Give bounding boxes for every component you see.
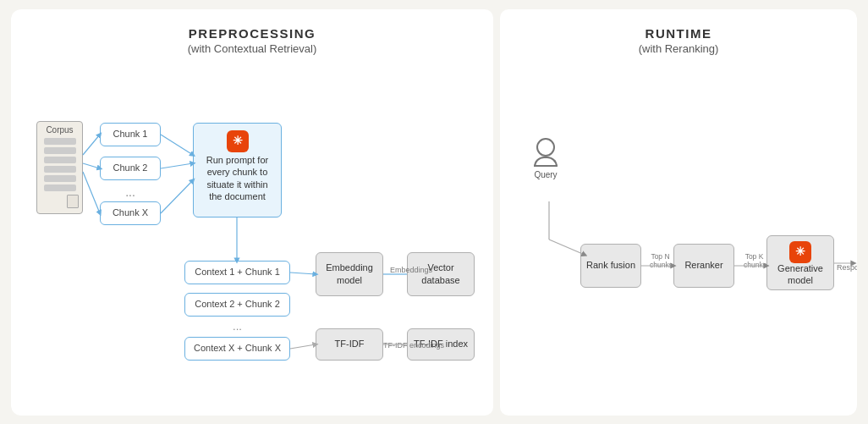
corpus-line-2: [44, 147, 76, 154]
svg-line-12: [549, 240, 585, 255]
rank-fusion-box: Rank fusion: [580, 244, 641, 288]
preprocessing-subtitle: (with Contextual Retrieval): [28, 42, 476, 55]
corpus-lines: [44, 138, 76, 191]
svg-line-3: [161, 135, 193, 155]
runtime-title: RUNTIME: [517, 26, 840, 41]
chunk2-box: Chunk 2: [100, 157, 161, 180]
svg-line-0: [83, 135, 100, 155]
svg-line-4: [161, 163, 193, 168]
anthropic-icon: ✳: [227, 130, 249, 152]
top-n-chunks-label: Top N chunks: [650, 252, 671, 269]
svg-line-8: [290, 344, 316, 349]
anthropic-icon-runtime: ✳: [789, 241, 811, 263]
vector-db-box: Vector database: [407, 252, 475, 296]
preprocessing-panel: PREPROCESSING (with Contextual Retrieval…: [11, 9, 493, 416]
tfidf-box: TF-IDF: [316, 328, 383, 361]
contextX-box: Context X + Chunk X: [184, 337, 290, 361]
context-dots-box: ...: [184, 320, 290, 335]
preprocessing-diagram: Corpus Chunk 1 Chunk 2 ...: [28, 70, 476, 392]
query-user-icon: Query: [534, 138, 558, 179]
chunk-dots-box: ...: [100, 184, 161, 201]
response-label: Response: [837, 263, 857, 272]
embeddings-label: Embeddings: [390, 266, 432, 274]
corpus-line-6: [44, 184, 76, 191]
reranker-box: Reranker: [673, 244, 734, 288]
top-k-chunks-label: Top K chunks: [744, 252, 765, 269]
runtime-subtitle: (with Reranking): [517, 42, 840, 55]
corpus-box: Corpus: [36, 121, 83, 214]
corpus-line-3: [44, 157, 76, 163]
user-body: [534, 157, 558, 167]
chunk1-box: Chunk 1: [100, 123, 161, 146]
corpus-doc: [67, 195, 79, 208]
context2-box: Context 2 + Chunk 2: [184, 293, 290, 317]
svg-line-2: [83, 172, 100, 213]
preprocessing-title: PREPROCESSING: [28, 26, 476, 41]
tfidf-encodings-label: TF-IDF encodings: [383, 341, 444, 350]
generative-model-box: ✳ Generative model: [766, 235, 834, 290]
run-prompt-box: ✳ Run prompt for every chunk to situate …: [193, 123, 282, 218]
main-container: PREPROCESSING (with Contextual Retrieval…: [11, 9, 857, 416]
corpus-label: Corpus: [46, 125, 73, 135]
svg-line-1: [83, 163, 100, 168]
embedding-model-box: Embedding model: [316, 252, 383, 296]
runtime-arrows: [517, 70, 840, 392]
context1-box: Context 1 + Chunk 1: [184, 261, 290, 284]
user-circle: [536, 138, 555, 157]
chunkX-box: Chunk X: [100, 201, 161, 225]
corpus-line-4: [44, 166, 76, 173]
svg-line-7: [290, 273, 316, 274]
runtime-diagram: Query Rank fusion Reranker ✳ Generative …: [517, 70, 840, 392]
svg-line-5: [161, 180, 193, 213]
runtime-panel: RUNTIME (with Reranking) Query Rank fusi…: [500, 9, 857, 416]
corpus-line-1: [44, 138, 76, 145]
corpus-line-5: [44, 175, 76, 182]
